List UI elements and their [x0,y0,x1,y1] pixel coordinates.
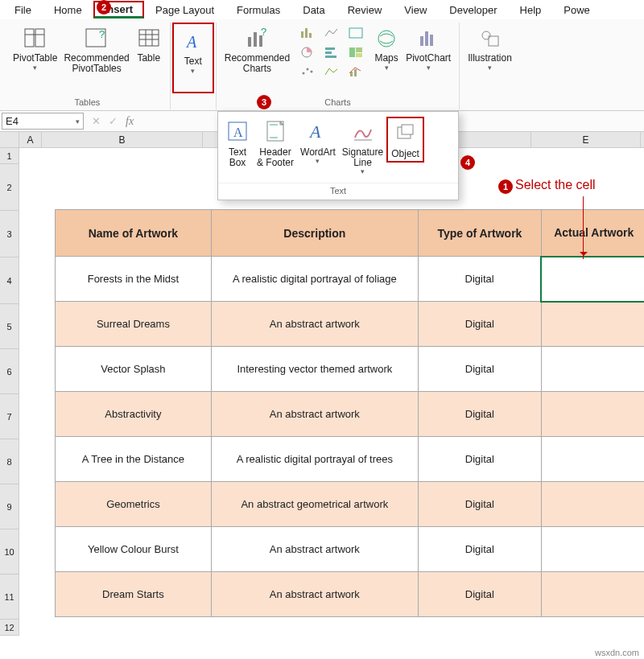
table-row: Dream Starts An abstract artwork Digital [56,572,645,617]
fx-button[interactable]: fx [126,115,134,128]
cell-type[interactable]: Digital [418,482,541,527]
menu-home[interactable]: Home [43,2,93,19]
cell-actual-artwork[interactable] [541,347,644,392]
cell-name[interactable]: Vector Splash [56,347,212,392]
row-8[interactable]: 8 [0,439,19,484]
row-10[interactable]: 10 [0,529,19,575]
cell-desc[interactable]: Interesting vector themed artwork [211,347,418,392]
cell-name[interactable]: Dream Starts [56,572,212,617]
ribbon-pivottable[interactable]: PivotTable ▾ [10,23,60,74]
artwork-table: Name of Artwork Description Type of Artw… [55,209,644,617]
menu-page-layout[interactable]: Page Layout [144,2,225,19]
svg-rect-25 [356,53,362,57]
select-all-corner[interactable] [0,132,19,147]
recommended-charts-icon: ? [244,26,270,51]
enter-icon[interactable]: ✓ [109,115,118,127]
row-3[interactable]: 3 [0,211,19,257]
th-desc[interactable]: Description [211,210,418,257]
cell-name[interactable]: A Tree in the Distance [56,437,212,482]
svg-text:A: A [233,126,243,139]
cell-desc[interactable]: An abstract artwork [211,572,418,617]
cell-desc[interactable]: An abstract artwork [211,302,418,347]
ribbon-illustration[interactable]: Illustration ▾ [464,23,515,74]
cell-name[interactable]: Abstractivity [56,392,212,437]
cell-actual-artwork-selected[interactable] [541,257,644,302]
menu-developer[interactable]: Developer [438,2,508,19]
cell-name[interactable]: Surreal Dreams [56,302,212,347]
text-box-icon: A [225,118,250,144]
th-art[interactable]: Actual Artwork [541,210,644,257]
th-type[interactable]: Type of Artwork [418,210,541,257]
menu-data[interactable]: Data [291,2,336,19]
chart-surface-icon[interactable] [320,63,343,80]
cell-type[interactable]: Digital [418,257,541,302]
ribbon-group-tables: PivotTable ▾ ? Recommended PivotTables T… [5,23,171,109]
popup-signature-line[interactable]: Signature Line ▾ [339,117,386,178]
cell-actual-artwork[interactable] [541,572,644,617]
cell-type[interactable]: Digital [418,437,541,482]
chart-column-icon[interactable] [296,24,319,42]
ribbon-maps[interactable]: Maps ▾ [370,23,402,74]
row-2[interactable]: 2 [0,164,19,211]
cell-desc[interactable]: An abstract geometrical artwork [211,482,418,527]
popup-text-box[interactable]: A Text Box [221,117,254,170]
cancel-icon[interactable]: ✕ [92,115,101,127]
cell-desc[interactable]: An abstract artwork [211,392,418,437]
ribbon-recommended-pivottables[interactable]: ? Recommended PivotTables [60,23,132,76]
menu-power[interactable]: Powe [552,2,601,19]
chart-combo-icon[interactable] [345,63,367,80]
row-5[interactable]: 5 [0,304,19,349]
row-1[interactable]: 1 [0,148,19,164]
chart-line-icon[interactable] [320,24,343,42]
cell-type[interactable]: Digital [418,302,541,347]
cell-actual-artwork[interactable] [541,482,644,527]
chart-pie-icon[interactable] [296,43,319,61]
svg-rect-15 [301,31,303,38]
popup-object[interactable]: Object [386,117,424,163]
cell-actual-artwork[interactable] [541,392,644,437]
group-label-blank [489,96,491,109]
row-7[interactable]: 7 [0,394,19,439]
ribbon-pivotchart[interactable]: PivotChart ▾ [402,23,454,74]
cell-actual-artwork[interactable] [541,527,644,572]
chart-map-icon[interactable] [345,24,367,42]
chart-scatter-icon[interactable] [296,63,319,80]
cell-desc[interactable]: An abstract artwork [211,527,418,572]
menu-view[interactable]: View [393,2,438,19]
row-12[interactable]: 12 [0,620,19,636]
menu-review[interactable]: Review [336,2,394,19]
row-6[interactable]: 6 [0,349,19,394]
chart-bar-icon[interactable] [320,43,343,61]
row-9[interactable]: 9 [0,484,19,529]
svg-rect-17 [309,33,312,38]
ribbon-text[interactable]: A Text ▾ [172,23,214,93]
popup-wordart[interactable]: A WordArt ▾ [297,117,339,167]
name-box[interactable]: E4 ▾ [2,113,84,130]
popup-header-footer[interactable]: Header & Footer [254,117,297,170]
cell-desc[interactable]: A realistic digital portrayal of foliage [211,257,418,302]
menu-help[interactable]: Help [509,2,553,19]
cell-actual-artwork[interactable] [541,302,644,347]
cell-type[interactable]: Digital [418,392,541,437]
chevron-down-icon: ▾ [427,64,431,72]
col-E[interactable]: E [531,132,641,147]
svg-rect-34 [430,35,433,46]
row-4[interactable]: 4 [0,257,19,304]
row-11[interactable]: 11 [0,575,19,620]
menu-formulas[interactable]: Formulas [225,2,291,19]
chart-treemap-icon[interactable] [345,43,367,61]
cell-name[interactable]: Forests in the Midst [56,257,212,302]
col-A[interactable]: A [19,132,42,147]
cell-type[interactable]: Digital [418,572,541,617]
cell-name[interactable]: Geometrics [56,482,212,527]
cell-desc[interactable]: A realistic digital portrayal of trees [211,437,418,482]
th-name[interactable]: Name of Artwork [56,210,212,257]
ribbon-table[interactable]: Table [133,23,165,65]
cell-name[interactable]: Yellow Colour Burst [56,527,212,572]
menu-file[interactable]: File [3,2,43,19]
ribbon-recommended-charts[interactable]: ? Recommended Charts [221,23,293,76]
col-B[interactable]: B [42,132,203,147]
cell-actual-artwork[interactable] [541,437,644,482]
cell-type[interactable]: Digital [418,347,541,392]
cell-type[interactable]: Digital [418,527,541,572]
